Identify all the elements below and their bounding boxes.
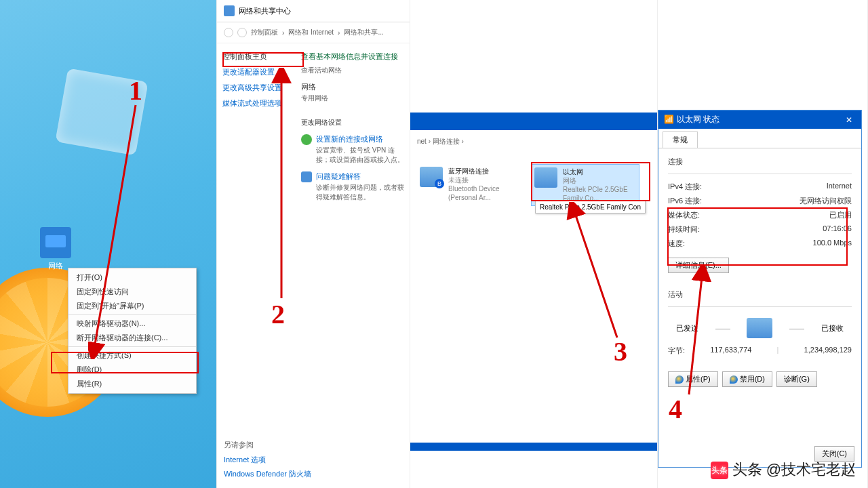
step-number-1: 1 bbox=[129, 75, 142, 106]
step-number-3: 3 bbox=[614, 336, 627, 367]
subheading-active-networks: 查看活动网络 bbox=[301, 64, 406, 79]
value-bytes-sent: 117,633,774 bbox=[710, 346, 751, 356]
title-bar bbox=[410, 113, 657, 130]
activity-icon bbox=[747, 318, 772, 338]
shield-icon bbox=[675, 375, 684, 384]
properties-button[interactable]: 属性(P) bbox=[668, 371, 718, 387]
section-activity: 活动 bbox=[668, 288, 852, 304]
step-number-2: 2 bbox=[271, 298, 285, 330]
step-number-4: 4 bbox=[669, 393, 682, 425]
label-sent: 已发送 bbox=[676, 323, 698, 333]
bluetooth-adapter-icon bbox=[420, 167, 443, 187]
panel-network-connections: net › 网络连接 › 蓝牙网络连接 未连接 Bluetooth Device… bbox=[410, 0, 658, 488]
close-button[interactable]: ✕ bbox=[842, 115, 856, 125]
highlight-box-2 bbox=[222, 52, 304, 67]
panel-ethernet-status: 📶以太网 状态 ✕ 常规 连接 IPv4 连接:Internet IPv6 连接… bbox=[658, 0, 868, 488]
panel-control-panel: 网络和共享中心 控制面板› 网络和 Internet› 网络和共享... 控制面… bbox=[217, 0, 410, 488]
main-content: 查看基本网络信息并设置连接 查看活动网络 网络 专用网络 更改网络设置 设置新的… bbox=[297, 43, 410, 211]
ctx-disconnect-drive[interactable]: 断开网络驱动器的连接(C)... bbox=[68, 331, 196, 345]
window-title: 网络和共享中心 bbox=[239, 6, 291, 16]
link-troubleshoot[interactable]: 问题疑难解答 bbox=[316, 171, 406, 182]
ctx-pin-start[interactable]: 固定到"开始"屏幕(P) bbox=[68, 299, 196, 313]
crumb-net[interactable]: net bbox=[417, 138, 427, 145]
tooltip: Realtek PCIe 2.5GbE Family Con bbox=[535, 201, 646, 214]
nav-forward-icon[interactable] bbox=[237, 28, 247, 37]
troubleshoot-description: 诊断并修复网络问题，或者获得疑难解答信息。 bbox=[316, 182, 406, 206]
label-received: 已接收 bbox=[821, 323, 844, 333]
link-advanced-sharing[interactable]: 更改高级共享设置 bbox=[221, 80, 291, 96]
crumb-network-connections[interactable]: 网络连接 bbox=[433, 138, 460, 145]
shield-icon bbox=[730, 375, 738, 384]
ctx-map-drive[interactable]: 映射网络驱动器(N)... bbox=[68, 317, 196, 331]
shield-icon bbox=[224, 5, 235, 16]
heading-change-settings: 更改网络设置 bbox=[301, 117, 406, 131]
nav-back-icon[interactable] bbox=[224, 28, 233, 37]
ctx-properties[interactable]: 属性(R) bbox=[68, 377, 196, 391]
value-bytes-received: 1,234,998,129 bbox=[804, 346, 852, 356]
network-desktop-icon[interactable]: 网络 bbox=[35, 227, 76, 271]
toutiao-logo-icon: 头条 bbox=[711, 462, 728, 479]
troubleshoot-icon bbox=[301, 171, 312, 182]
setup-description: 设置宽带、拨号或 VPN 连接；或设置路由器或接入点。 bbox=[316, 144, 406, 169]
value-ipv4: Internet bbox=[827, 182, 852, 192]
context-menu: 打开(O) 固定到快速访问 固定到"开始"屏幕(P) 映射网络驱动器(N)...… bbox=[68, 268, 197, 394]
crumb-sharing-center[interactable]: 网络和共享... bbox=[344, 28, 383, 37]
bluetooth-title: 蓝牙网络连接 bbox=[448, 167, 523, 176]
heading-basic-info: 查看基本网络信息并设置连接 bbox=[301, 49, 406, 64]
ctx-separator bbox=[68, 346, 196, 347]
panel-desktop: 网络 打开(O) 固定到快速访问 固定到"开始"屏幕(P) 映射网络驱动器(N)… bbox=[0, 0, 217, 488]
ctx-open[interactable]: 打开(O) bbox=[68, 270, 196, 285]
watermark: 头条头条 @技术宅老赵 bbox=[711, 460, 856, 480]
crumb-network-internet[interactable]: 网络和 Internet bbox=[288, 28, 334, 37]
label-bytes: 字节: bbox=[668, 346, 685, 356]
breadcrumb: 控制面板› 网络和 Internet› 网络和共享... bbox=[217, 22, 410, 43]
link-setup-connection[interactable]: 设置新的连接或网络 bbox=[316, 134, 406, 144]
label-ipv6: IPv6 连接: bbox=[668, 196, 702, 206]
adapter-bluetooth[interactable]: 蓝牙网络连接 未连接 Bluetooth Device (Personal Ar… bbox=[417, 164, 526, 206]
see-also-section: 另请参阅 Internet 选项 Windows Defender 防火墙 bbox=[224, 440, 311, 481]
dialog-title-bar: 📶以太网 状态 ✕ bbox=[658, 110, 861, 129]
label-ipv4: IPv4 连接: bbox=[668, 182, 702, 192]
window-title-bar: 网络和共享中心 bbox=[217, 0, 410, 22]
ctx-separator bbox=[68, 314, 196, 315]
diagnose-button[interactable]: 诊断(G) bbox=[776, 371, 817, 387]
dialog-title: 以太网 状态 bbox=[677, 115, 719, 124]
link-internet-options[interactable]: Internet 选项 bbox=[224, 453, 311, 467]
network-type: 专用网络 bbox=[301, 92, 406, 107]
disable-button[interactable]: 禁用(D) bbox=[722, 371, 772, 387]
value-ipv6: 无网络访问权限 bbox=[800, 196, 852, 206]
highlight-box-4 bbox=[667, 207, 848, 266]
tab-general[interactable]: 常规 bbox=[663, 131, 698, 148]
network-name: 网络 bbox=[301, 82, 406, 92]
highlight-box-1 bbox=[51, 352, 199, 373]
tab-strip: 常规 bbox=[658, 129, 861, 148]
see-also-heading: 另请参阅 bbox=[224, 440, 311, 450]
ctx-pin-quick[interactable]: 固定到快速访问 bbox=[68, 285, 196, 299]
dialog-body: 连接 IPv4 连接:Internet IPv6 连接:无网络访问权限 媒体状态… bbox=[658, 148, 861, 398]
status-dialog: 📶以太网 状态 ✕ 常规 连接 IPv4 连接:Internet IPv6 连接… bbox=[658, 110, 862, 468]
bottom-bar bbox=[410, 443, 657, 451]
network-icon bbox=[40, 227, 71, 258]
crumb-control-panel[interactable]: 控制面板 bbox=[251, 28, 278, 37]
bluetooth-status: 未连接 bbox=[448, 176, 523, 184]
breadcrumb: net › 网络连接 › bbox=[414, 133, 467, 150]
link-windows-defender-firewall[interactable]: Windows Defender 防火墙 bbox=[224, 467, 311, 481]
link-media-streaming[interactable]: 媒体流式处理选项 bbox=[221, 96, 291, 111]
highlight-box-3 bbox=[531, 162, 650, 201]
setup-icon bbox=[301, 134, 312, 145]
bluetooth-device: Bluetooth Device (Personal Ar... bbox=[448, 184, 523, 202]
section-connection: 连接 bbox=[668, 155, 852, 171]
